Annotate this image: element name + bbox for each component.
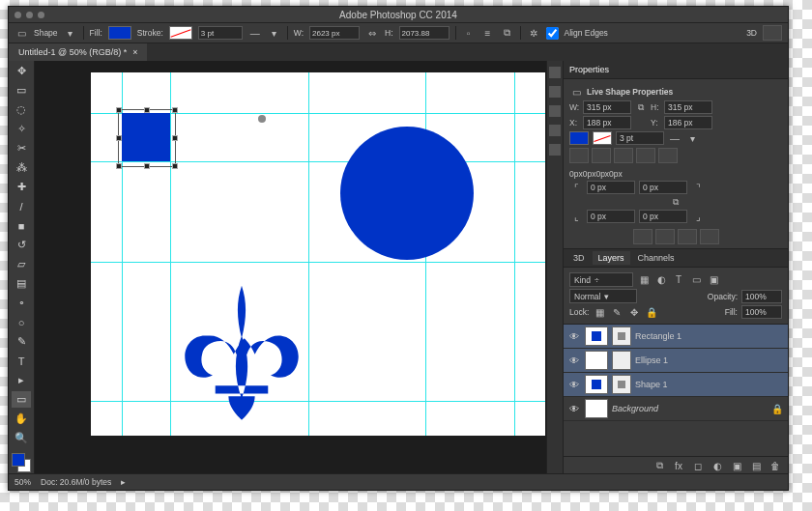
lock-position-icon[interactable]: ✥	[627, 305, 641, 319]
layer-name[interactable]: Background	[612, 404, 658, 413]
layer-row[interactable]: 👁 Ellipse 1	[564, 349, 788, 373]
layer-row[interactable]: 👁 Rectangle 1	[564, 325, 788, 349]
transform-handles[interactable]	[118, 109, 176, 167]
pathop-exclude[interactable]	[700, 229, 719, 244]
lock-transparent-icon[interactable]: ▦	[593, 305, 606, 319]
visibility-toggle[interactable]: 👁	[567, 404, 581, 414]
group-icon[interactable]: ▣	[730, 459, 743, 472]
document-tab[interactable]: Untitled-1 @ 50% (RGB/8) * ×	[9, 43, 147, 61]
trash-icon[interactable]: 🗑	[768, 459, 782, 472]
link-wh-icon[interactable]: ⇔	[365, 26, 379, 40]
foreground-color[interactable]	[12, 453, 25, 467]
visibility-toggle[interactable]: 👁	[567, 380, 581, 390]
width-field[interactable]: 2623 px	[309, 26, 360, 40]
vector-mask-thumbnail[interactable]	[612, 375, 631, 394]
stroke-type-icon[interactable]: —	[248, 26, 262, 40]
close-tab-icon[interactable]: ×	[132, 47, 137, 57]
layer-row[interactable]: 👁 Background 🔒	[564, 397, 788, 421]
pathop-subtract[interactable]	[655, 229, 675, 244]
collapsed-panel-icon[interactable]	[549, 125, 561, 136]
opacity-field[interactable]: 100%	[741, 290, 782, 303]
path-align-icon[interactable]: ≡	[481, 26, 495, 40]
lock-pixels-icon[interactable]: ✎	[610, 305, 624, 319]
workspace-menu[interactable]	[763, 25, 782, 41]
collapsed-panel-icon[interactable]	[549, 105, 561, 117]
tool-mode-label[interactable]: Shape	[34, 28, 58, 38]
stroke-swatch[interactable]	[169, 26, 192, 40]
w-field[interactable]: 315 px	[583, 100, 631, 114]
visibility-toggle[interactable]: 👁	[567, 355, 581, 366]
stroke-align-outside[interactable]	[614, 148, 633, 163]
x-field[interactable]: 188 px	[583, 116, 631, 129]
pen-tool[interactable]: ✎	[12, 333, 31, 350]
h-field[interactable]: 315 px	[664, 100, 712, 114]
adjustment-icon[interactable]: ◐	[710, 459, 724, 472]
layer-thumbnail[interactable]	[585, 326, 608, 346]
visibility-toggle[interactable]: 👁	[567, 331, 581, 342]
stroke-width-field[interactable]: 3 pt	[198, 26, 243, 40]
layer-name[interactable]: Ellipse 1	[635, 355, 668, 365]
shape-fleur-de-lis[interactable]	[174, 283, 309, 428]
properties-tab[interactable]: Properties	[569, 65, 609, 74]
chevron-right-icon[interactable]: ▸	[121, 477, 126, 487]
blend-mode-select[interactable]: Normal▾	[569, 289, 637, 303]
fill-opacity-field[interactable]: 100%	[741, 305, 782, 319]
stroke-join[interactable]	[658, 148, 678, 163]
new-layer-icon[interactable]: ▤	[749, 459, 763, 472]
clone-tool[interactable]: ■	[12, 217, 31, 234]
corner-br-field[interactable]: 0 px	[639, 210, 687, 223]
zoom-tool[interactable]: 🔍	[12, 430, 31, 446]
dropdown-icon[interactable]: ▾	[64, 26, 77, 40]
align-edges-checkbox[interactable]	[546, 27, 559, 40]
layer-thumbnail[interactable]	[585, 351, 608, 370]
type-tool[interactable]: T	[12, 353, 31, 369]
layer-thumbnail[interactable]	[585, 375, 608, 394]
y-field[interactable]: 186 px	[664, 116, 712, 129]
fill-swatch[interactable]	[108, 26, 131, 40]
shape-ellipse-1[interactable]	[340, 127, 474, 260]
guide-horizontal[interactable]	[91, 262, 545, 263]
stroke-align-center[interactable]	[592, 148, 611, 163]
layer-name[interactable]: Shape 1	[635, 380, 668, 389]
collapsed-panel-icon[interactable]	[549, 144, 561, 156]
dodge-tool[interactable]: ○	[12, 314, 31, 330]
filter-shape-icon[interactable]: ▭	[689, 273, 703, 287]
eraser-tool[interactable]: ▱	[12, 256, 31, 272]
mask-icon[interactable]: ◻	[691, 459, 705, 472]
crop-tool[interactable]: ✂	[12, 140, 31, 156]
link-layers-icon[interactable]: ⧉	[652, 459, 666, 472]
pathop-intersect[interactable]	[678, 229, 697, 244]
gear-icon[interactable]: ✲	[527, 26, 540, 40]
layer-thumbnail[interactable]	[585, 399, 608, 418]
workspace-tab[interactable]: 3D	[746, 28, 757, 38]
vector-mask-thumbnail[interactable]	[612, 351, 631, 370]
link-wh-icon[interactable]: ⧉	[635, 101, 647, 113]
link-corners-icon[interactable]: ⧉	[670, 196, 682, 208]
minimize-window[interactable]	[26, 12, 33, 18]
close-window[interactable]	[14, 12, 21, 18]
path-arrange-icon[interactable]: ⧉	[501, 26, 514, 40]
fill-swatch[interactable]	[569, 131, 589, 145]
collapsed-panel-icon[interactable]	[549, 86, 561, 98]
filter-kind[interactable]: Kind÷	[569, 272, 633, 287]
pathop-combine[interactable]	[633, 229, 652, 244]
guide-vertical[interactable]	[514, 72, 515, 436]
layer-row[interactable]: 👁 Shape 1	[564, 373, 788, 397]
stroke-swatch[interactable]	[593, 131, 612, 145]
zoom-window[interactable]	[38, 12, 44, 18]
healing-tool[interactable]: ✚	[12, 179, 31, 195]
document-canvas[interactable]	[91, 72, 545, 436]
doc-info[interactable]: Doc: 20.6M/0 bytes	[41, 477, 111, 487]
dropdown-icon[interactable]: ▾	[685, 131, 699, 145]
filter-adjust-icon[interactable]: ◐	[654, 273, 668, 287]
corner-tr-field[interactable]: 0 px	[639, 181, 687, 194]
guide-horizontal[interactable]	[91, 401, 545, 402]
canvas-area[interactable]	[35, 61, 546, 474]
fx-icon[interactable]: fx	[672, 459, 685, 472]
vector-mask-thumbnail[interactable]	[612, 326, 631, 346]
hand-tool[interactable]: ✋	[12, 411, 31, 427]
dropdown-icon[interactable]: ▾	[268, 26, 281, 40]
stroke-pt-field[interactable]: 3 pt	[616, 131, 664, 145]
filter-smart-icon[interactable]: ▣	[707, 273, 720, 287]
gradient-tool[interactable]: ▤	[12, 275, 31, 292]
